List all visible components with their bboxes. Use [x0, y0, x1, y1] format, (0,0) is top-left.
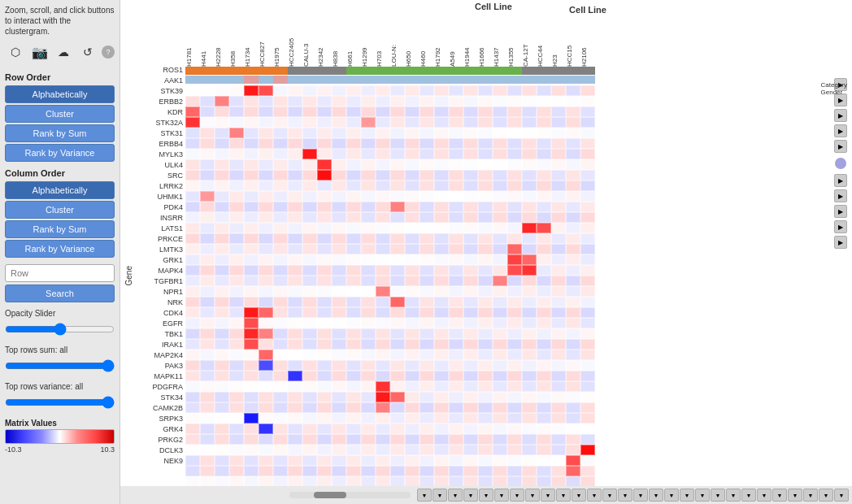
cell-24-2[interactable] [215, 339, 229, 350]
cell-20-22[interactable] [507, 297, 522, 307]
cell-0-2[interactable] [215, 85, 229, 96]
cell-9-27[interactable] [580, 180, 595, 191]
cell-12-18[interactable] [449, 212, 463, 223]
cell-26-27[interactable] [580, 360, 595, 371]
cell-22-12[interactable] [361, 318, 376, 328]
cell-15-5[interactable] [259, 244, 273, 254]
cell-29-26[interactable] [566, 392, 580, 402]
cell-0-21[interactable] [493, 85, 507, 96]
bottom-arrow-24[interactable]: ▼ [788, 489, 802, 502]
cell-14-21[interactable] [493, 233, 507, 244]
cell-17-17[interactable] [434, 265, 449, 276]
cell-18-8[interactable] [302, 276, 317, 286]
cell-7-16[interactable] [419, 159, 434, 170]
cell-1-1[interactable] [200, 96, 215, 106]
cell-22-6[interactable] [273, 318, 288, 328]
cell-11-21[interactable] [493, 202, 507, 212]
cell-7-25[interactable] [551, 159, 566, 170]
cell-15-27[interactable] [580, 244, 595, 254]
cell-32-13[interactable] [376, 424, 390, 434]
cell-33-9[interactable] [317, 434, 332, 445]
cell-27-23[interactable] [522, 371, 537, 381]
cell-25-17[interactable] [434, 350, 449, 360]
cell-13-10[interactable] [332, 223, 346, 233]
cell-8-6[interactable] [273, 170, 288, 180]
cell-17-15[interactable] [405, 265, 419, 276]
cell-24-25[interactable] [551, 339, 566, 350]
cell-25-15[interactable] [405, 350, 419, 360]
cell-22-0[interactable] [185, 318, 200, 328]
cell-36-9[interactable] [317, 466, 332, 476]
cell-21-21[interactable] [493, 307, 507, 318]
cell-20-16[interactable] [419, 297, 434, 307]
cell-13-13[interactable] [376, 223, 390, 233]
cell-20-17[interactable] [434, 297, 449, 307]
cell-8-0[interactable] [185, 170, 200, 180]
cell-10-18[interactable] [449, 191, 463, 202]
cell-19-13[interactable] [376, 286, 390, 297]
cell-3-1[interactable] [200, 117, 215, 128]
cell-16-11[interactable] [346, 254, 361, 265]
bottom-arrow-8[interactable]: ▼ [541, 489, 555, 502]
cell-14-23[interactable] [522, 233, 537, 244]
cell-36-5[interactable] [259, 466, 273, 476]
cell-25-8[interactable] [302, 350, 317, 360]
cell-37-2[interactable] [215, 476, 229, 486]
cell-3-0[interactable] [185, 117, 200, 128]
cell-31-26[interactable] [566, 413, 580, 424]
cell-25-3[interactable] [229, 350, 244, 360]
cell-34-23[interactable] [522, 445, 537, 455]
cell-37-4[interactable] [244, 476, 259, 486]
cell-15-9[interactable] [317, 244, 332, 254]
cell-31-11[interactable] [346, 413, 361, 424]
bottom-arrow-27[interactable]: ▼ [834, 489, 849, 502]
cell-9-2[interactable] [215, 180, 229, 191]
cell-22-24[interactable] [537, 318, 551, 328]
cell-1-13[interactable] [376, 96, 390, 106]
cell-6-16[interactable] [419, 149, 434, 159]
cell-29-15[interactable] [405, 392, 419, 402]
cell-1-5[interactable] [259, 96, 273, 106]
cell-33-16[interactable] [419, 434, 434, 445]
cell-19-4[interactable] [244, 286, 259, 297]
cell-14-10[interactable] [332, 233, 346, 244]
cell-22-18[interactable] [449, 318, 463, 328]
cell-6-14[interactable] [390, 149, 405, 159]
cell-0-10[interactable] [332, 85, 346, 96]
cell-1-17[interactable] [434, 96, 449, 106]
cell-30-19[interactable] [463, 402, 478, 413]
cell-34-12[interactable] [361, 445, 376, 455]
cell-35-3[interactable] [229, 455, 244, 466]
cell-32-4[interactable] [244, 424, 259, 434]
cell-22-15[interactable] [405, 318, 419, 328]
cell-23-3[interactable] [229, 328, 244, 339]
cell-27-9[interactable] [317, 371, 332, 381]
cell-5-8[interactable] [302, 138, 317, 149]
cell-19-16[interactable] [419, 286, 434, 297]
cell-10-23[interactable] [522, 191, 537, 202]
bottom-arrow-26[interactable]: ▼ [819, 489, 833, 502]
cell-9-6[interactable] [273, 180, 288, 191]
cell-35-5[interactable] [259, 455, 273, 466]
cell-11-9[interactable] [317, 202, 332, 212]
cell-9-19[interactable] [463, 180, 478, 191]
cell-16-3[interactable] [229, 254, 244, 265]
cell-7-3[interactable] [229, 159, 244, 170]
cell-22-21[interactable] [493, 318, 507, 328]
cell-31-5[interactable] [259, 413, 273, 424]
cell-9-18[interactable] [449, 180, 463, 191]
cell-12-10[interactable] [332, 212, 346, 223]
cell-12-5[interactable] [259, 212, 273, 223]
cell-8-12[interactable] [361, 170, 376, 180]
cell-29-24[interactable] [537, 392, 551, 402]
cell-24-12[interactable] [361, 339, 376, 350]
cell-30-14[interactable] [390, 402, 405, 413]
cell-6-0[interactable] [185, 149, 200, 159]
cell-10-24[interactable] [537, 191, 551, 202]
cell-18-13[interactable] [376, 276, 390, 286]
cell-0-26[interactable] [566, 85, 580, 96]
cell-7-4[interactable] [244, 159, 259, 170]
cell-15-24[interactable] [537, 244, 551, 254]
cell-36-6[interactable] [273, 466, 288, 476]
cell-2-21[interactable] [493, 106, 507, 117]
